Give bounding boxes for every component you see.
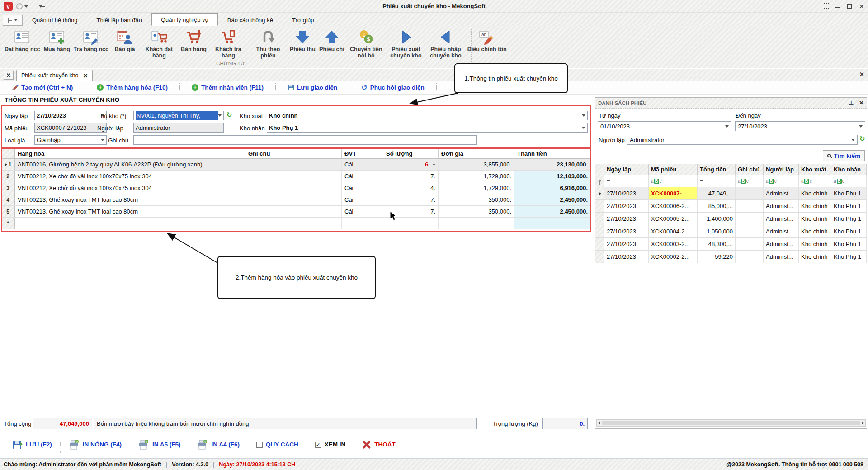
tab-quan-ly-nghiep-vu[interactable]: Quản lý nghiệp vụ xyxy=(151,13,218,26)
cell-nguoi-lap[interactable]: Administ... xyxy=(764,251,799,263)
chevron-down-icon[interactable] xyxy=(433,164,435,166)
cell-don-gia[interactable]: 350,000. xyxy=(439,194,514,205)
cell-kho-xuat[interactable]: Kho chính xyxy=(799,251,831,263)
cell-ghi-chu[interactable] xyxy=(736,187,764,199)
cell-hang-hoa[interactable]: VNT00213, Ghế xoay inox TMT loại cao 80c… xyxy=(15,194,245,205)
cell-so-luong[interactable]: 7. xyxy=(383,171,439,182)
cell-tong-tien[interactable]: 59,220 xyxy=(698,251,736,263)
cell-so-luong[interactable]: 4. xyxy=(383,182,439,194)
cell-nguoi-lap[interactable]: Administ... xyxy=(764,200,799,212)
refresh-icon[interactable]: ↻ xyxy=(226,111,232,119)
cell-ghi-chu[interactable] xyxy=(245,171,342,182)
col-hang-hoa[interactable]: Hàng hóa xyxy=(15,148,245,158)
filter-row[interactable]: = aBc = aBc aBc aBc aBc xyxy=(595,175,867,187)
tab-quan-tri-he-thong[interactable]: Quản trị hệ thống xyxy=(23,14,87,26)
chevron-down-icon[interactable] xyxy=(851,139,855,141)
cell-thanh-tien[interactable]: 23,130,000. xyxy=(514,159,591,170)
cell-kho-xuat[interactable]: Kho chính xyxy=(799,213,831,225)
cell-don-gia[interactable]: 1,729,000. xyxy=(439,171,514,182)
cell-kho-xuat[interactable]: Kho chính xyxy=(799,187,831,199)
thu-kho-combo[interactable]: NV001, Nguyễn Thi Thy, xyxy=(133,111,224,120)
cell-ngay-lap[interactable]: 27/10/2023 xyxy=(604,187,649,199)
list-item[interactable]: 27/10/2023 XCK00007-... 47,049,... Admin… xyxy=(595,187,867,200)
cell-thanh-tien[interactable]: 12,103,000. xyxy=(514,171,591,182)
tab-bao-cao-thong-ke[interactable]: Báo cáo thống kê xyxy=(218,14,283,26)
filter-equals-icon[interactable]: = xyxy=(698,175,736,187)
cell-ma-phieu[interactable]: XCK00006-2... xyxy=(649,200,698,212)
cell-ma-phieu[interactable]: XCK00007-... xyxy=(649,187,698,199)
tu-ngay-combo[interactable]: 01/10/2023 xyxy=(598,121,731,131)
ribbon-bao-gia[interactable]: Báo giá xyxy=(110,28,139,53)
in-a4-button[interactable]: ? IN A4 (F6) xyxy=(189,437,248,453)
col-so-luong[interactable]: Số lượng xyxy=(383,148,439,158)
cell-ghi-chu[interactable] xyxy=(736,225,764,237)
cell-ghi-chu[interactable] xyxy=(736,213,764,225)
table-row[interactable]: 4 VNT00213, Ghế xoay inox TMT loại cao 8… xyxy=(1,194,591,206)
cell-nguoi-lap[interactable]: Administ... xyxy=(764,238,799,250)
tao-moi-button[interactable]: Tạo mới (Ctrl + N) xyxy=(0,83,85,92)
cell-kho-xuat[interactable]: Kho chính xyxy=(799,225,831,237)
filter-equals-icon[interactable]: = xyxy=(604,175,649,187)
them-nhan-vien-button[interactable]: + Thêm nhân viên (F11) xyxy=(180,83,276,92)
close-all-tabs-button[interactable]: ✕ xyxy=(4,71,14,80)
chevron-down-icon[interactable] xyxy=(725,125,729,128)
tim-kiem-button[interactable]: Tìm kiếm xyxy=(823,150,865,161)
xem-in-checkbox[interactable]: ✓ XEM IN xyxy=(307,437,354,453)
cell-ngay-lap[interactable]: 27/10/2023 xyxy=(604,200,649,212)
cell-ma-phieu[interactable]: XCK00005-2... xyxy=(649,213,698,225)
fullscreen-icon[interactable] xyxy=(824,3,829,9)
scroll-right-icon[interactable] xyxy=(862,421,864,425)
in-a5-button[interactable]: ? IN A5 (F5) xyxy=(130,437,189,453)
close-panel-icon[interactable]: ✕ xyxy=(859,100,864,106)
ribbon-dieu-chinh-ton[interactable]: ab Điều chỉnh tồn xyxy=(466,28,509,53)
cell-ngay-lap[interactable]: 27/10/2023 xyxy=(604,238,649,250)
cell-kho-nhan[interactable]: Kho Phụ 1 xyxy=(831,225,867,237)
list-item[interactable]: 27/10/2023 XCK00002-2... 59,220 Administ… xyxy=(595,251,867,263)
table-row[interactable]: 2 VNT00212, Xe chở đồ vải inox 100x70x75… xyxy=(1,171,591,182)
cell-ma-phieu[interactable]: XCK00002-2... xyxy=(649,251,698,263)
cell-thanh-tien[interactable]: 2,450,000. xyxy=(514,194,591,205)
tab-tro-giup[interactable]: Trợ giúp xyxy=(283,14,324,26)
ribbon-mua-hang[interactable]: Mua hàng xyxy=(42,28,72,53)
menu-button[interactable] xyxy=(3,15,23,26)
chevron-down-icon[interactable] xyxy=(582,114,585,117)
refresh-icon[interactable]: ↻ xyxy=(859,135,865,143)
cell-don-gia[interactable]: 350,000. xyxy=(439,206,514,217)
cell-so-luong[interactable]: 7. xyxy=(383,194,439,205)
cell-kho-nhan[interactable]: Kho Phụ 1 xyxy=(831,213,867,225)
kho-nhan-combo[interactable]: Kho Phụ 1 xyxy=(267,123,588,133)
cell-dvt[interactable]: Cái xyxy=(342,159,383,170)
cell-hang-hoa[interactable]: VNT00212, Xe chở đồ vải inox 100x70x75 i… xyxy=(15,171,245,182)
checkbox-unchecked-icon[interactable] xyxy=(256,442,263,448)
cell-ghi-chu[interactable] xyxy=(245,206,342,217)
cell-thanh-tien[interactable] xyxy=(514,218,591,229)
cell-ngay-lap[interactable]: 27/10/2023 xyxy=(604,251,649,263)
chevron-down-icon[interactable] xyxy=(582,127,585,129)
cell-ghi-chu[interactable] xyxy=(736,251,764,263)
cell-ghi-chu[interactable] xyxy=(245,218,342,229)
ngay-lap-combo[interactable]: 27/10/2023 xyxy=(34,111,107,120)
col-ma-phieu[interactable]: Mã phiếu xyxy=(649,164,698,175)
den-ngay-combo[interactable]: 27/10/2023 xyxy=(735,121,865,131)
chevron-down-icon[interactable] xyxy=(101,139,104,141)
ribbon-phieu-thu[interactable]: Phiếu thu xyxy=(288,28,317,53)
cell-kho-nhan[interactable]: Kho Phụ 1 xyxy=(831,251,867,263)
table-row[interactable]: 5 VNT00213, Ghế xoay inox TMT loại cao 8… xyxy=(1,206,591,218)
them-hang-hoa-button[interactable]: + Thêm hàng hóa (F10) xyxy=(85,83,180,92)
ribbon-khach-tra-hang[interactable]: Khách trả hàng xyxy=(208,28,248,60)
cell-tong-tien[interactable]: 1,050,000 xyxy=(698,225,736,237)
cell-tong-tien[interactable]: 1,400,000 xyxy=(698,213,736,225)
cell-ghi-chu[interactable] xyxy=(736,238,764,250)
cell-ma-phieu[interactable]: XCK00003-2... xyxy=(649,238,698,250)
filter-abc-icon[interactable]: aBc xyxy=(799,175,831,187)
cell-kho-nhan[interactable]: Kho Phụ 1 xyxy=(831,187,867,199)
close-tab-icon[interactable]: ✕ xyxy=(83,72,88,79)
cell-thanh-tien[interactable]: 6,916,000. xyxy=(514,182,591,194)
cell-ma-phieu[interactable]: XCK00004-2... xyxy=(649,225,698,237)
table-row[interactable]: 3 VNT00212, Xe chở đồ vải inox 100x70x75… xyxy=(1,182,591,194)
cell-ghi-chu[interactable] xyxy=(245,182,342,194)
ribbon-thu-theo-phieu[interactable]: Thu theo phiếu xyxy=(248,28,288,60)
cell-hang-hoa[interactable] xyxy=(15,218,245,229)
col-nguoi-lap[interactable]: Người lập xyxy=(764,164,799,175)
cell-kho-nhan[interactable]: Kho Phụ 1 xyxy=(831,238,867,250)
